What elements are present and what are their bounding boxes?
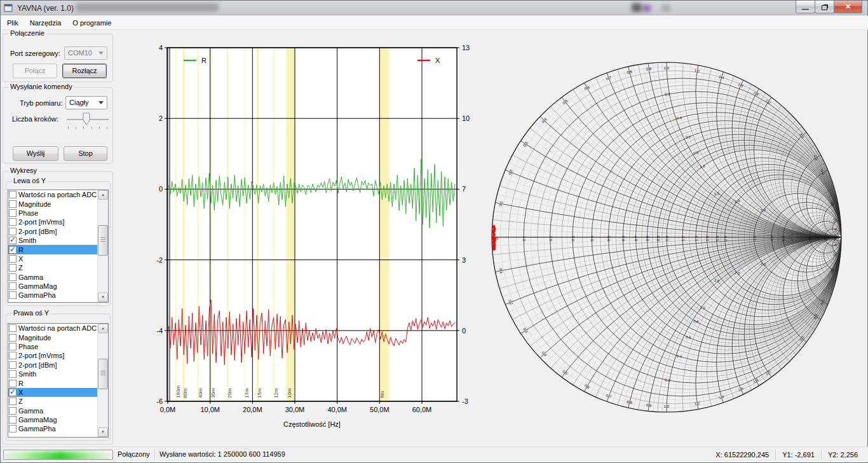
svg-text:1.6: 1.6 (705, 235, 709, 241)
list-item[interactable]: ✓Smith (8, 236, 108, 245)
checkbox[interactable] (9, 255, 17, 263)
svg-text:-2: -2 (156, 256, 163, 264)
list-item-label: R (18, 380, 24, 387)
command-group-label: Wysyłanie komendy (8, 83, 74, 90)
svg-text:0.3: 0.3 (571, 235, 575, 241)
svg-text:1.0: 1.0 (665, 235, 669, 241)
list-item[interactable]: X (8, 254, 108, 263)
checkbox[interactable] (9, 352, 17, 359)
list-item[interactable]: ✓R (8, 245, 108, 254)
list-item[interactable]: 2-port [dBm] (8, 361, 108, 370)
checkbox[interactable]: ✓ (9, 246, 17, 254)
list-item[interactable]: Gamma (8, 273, 108, 282)
checkbox[interactable] (9, 324, 17, 332)
list-item[interactable]: GammaMag (8, 415, 108, 424)
svg-text:20m: 20m (227, 388, 233, 398)
minimize-button[interactable]: — (796, 1, 815, 13)
checkbox[interactable] (9, 228, 17, 235)
window-controls: — ✕ (796, 1, 862, 13)
checkbox[interactable] (9, 273, 17, 281)
scroll-down-button[interactable]: ▼ (98, 293, 108, 302)
checkbox[interactable] (9, 407, 17, 415)
list-item[interactable]: Z (8, 263, 108, 272)
list-item[interactable]: Phase (8, 342, 108, 351)
svg-text:10: 10 (462, 114, 470, 122)
checkbox[interactable] (9, 218, 17, 226)
scroll-thumb[interactable] (98, 359, 108, 389)
connect-button[interactable]: Połącz (13, 64, 57, 78)
scroll-up-button[interactable]: ▲ (98, 190, 108, 200)
svg-text:0.5: 0.5 (562, 99, 569, 105)
connection-group-label: Połączenie (8, 29, 46, 37)
checkbox[interactable] (9, 380, 17, 387)
checkbox[interactable] (9, 361, 17, 369)
list-item[interactable]: GammaMag (8, 282, 108, 291)
scroll-down-button[interactable]: ▼ (98, 427, 108, 437)
checkbox[interactable] (9, 370, 17, 378)
checkbox[interactable] (9, 291, 17, 299)
checkbox[interactable] (9, 282, 17, 290)
scrollbar[interactable]: ▲▼ (97, 190, 108, 302)
checkbox[interactable]: ✓ (9, 389, 17, 396)
stop-button[interactable]: Stop (64, 146, 107, 161)
checkbox[interactable] (9, 200, 17, 208)
x-axis-title: Częstotliwość [Hz] (283, 420, 341, 428)
checkbox[interactable] (9, 334, 17, 342)
list-item-label: Wartości na portach ADC (18, 191, 97, 198)
list-item[interactable]: 2-port [mVrms] (8, 351, 108, 360)
list-item[interactable]: Wartości na portach ADC (8, 324, 108, 333)
svg-text:3.0: 3.0 (760, 261, 766, 266)
send-button[interactable]: Wyślij (13, 146, 58, 161)
svg-text:15m: 15m (257, 388, 262, 398)
list-item-label: Gamma (18, 407, 43, 415)
svg-text:0.4: 0.4 (676, 354, 682, 359)
left-axis-listbox: Wartości na portach ADCMagnitudePhase2-p… (8, 190, 109, 303)
scroll-thumb[interactable] (98, 225, 108, 256)
svg-text:30m: 30m (210, 388, 216, 398)
checkbox[interactable] (9, 397, 17, 405)
list-item-label: GammaPha (18, 425, 56, 432)
list-item-label: Smith (18, 237, 36, 244)
list-item[interactable]: Z (8, 397, 108, 406)
list-item[interactable]: Smith (8, 370, 108, 378)
menu-o-programie[interactable]: O programie (67, 17, 117, 29)
list-item[interactable]: Gamma (8, 406, 108, 415)
list-item[interactable]: 2-port [dBm] (8, 227, 108, 236)
statusbar-separator (154, 450, 155, 460)
svg-text:2.0: 2.0 (724, 235, 728, 241)
list-item[interactable]: 2-port [mVrms] (8, 218, 108, 226)
svg-text:1.8: 1.8 (715, 235, 719, 241)
list-item[interactable]: Magnitude (8, 199, 108, 208)
list-item[interactable]: ✓X (8, 388, 108, 397)
disconnect-button[interactable]: Rozłącz (62, 64, 107, 78)
checkbox[interactable] (9, 209, 17, 217)
list-item[interactable]: GammaPha (8, 291, 108, 300)
list-item[interactable]: Magnitude (8, 333, 108, 342)
checkbox[interactable] (9, 425, 17, 432)
svg-text:1.0: 1.0 (700, 164, 706, 169)
menu-narzedzia[interactable]: Narzędzia (24, 17, 67, 29)
scrollbar[interactable]: ▲▼ (97, 324, 108, 437)
maximize-button[interactable] (815, 1, 834, 13)
menu-plik[interactable]: Plik (1, 17, 24, 29)
svg-text:5.0: 5.0 (782, 235, 785, 241)
scroll-up-button[interactable]: ▲ (98, 324, 108, 333)
measure-mode-select[interactable]: Ciągły (65, 96, 107, 109)
list-item[interactable]: GammaPha (8, 424, 108, 433)
checkbox[interactable] (9, 343, 17, 350)
list-item[interactable]: Phase (8, 209, 108, 218)
svg-text:0.8: 0.8 (693, 319, 700, 324)
checkbox[interactable] (9, 191, 17, 198)
svg-text:0.2: 0.2 (665, 378, 670, 382)
checkbox[interactable]: ✓ (9, 237, 17, 244)
sent-values: Wysłane wartości: 1 250000 600 114959 (159, 450, 285, 458)
serial-port-select[interactable]: COM10 (64, 46, 107, 60)
svg-text:1.8: 1.8 (752, 378, 759, 384)
close-button[interactable]: ✕ (834, 1, 862, 13)
list-item[interactable]: R (8, 378, 108, 387)
steps-slider-thumb[interactable] (83, 113, 90, 125)
checkbox[interactable] (9, 264, 17, 272)
list-item[interactable]: Wartości na portach ADC (8, 190, 108, 199)
checkbox[interactable] (9, 416, 17, 424)
svg-text:0.8: 0.8 (627, 400, 633, 405)
